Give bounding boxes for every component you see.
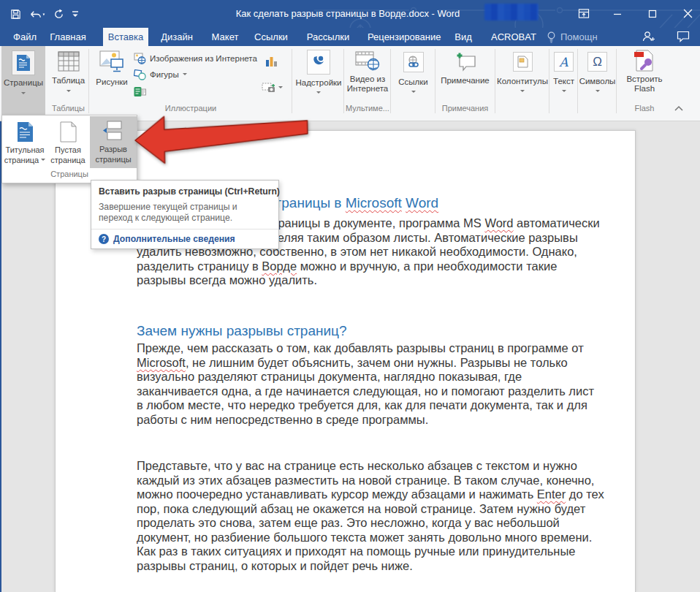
dropdown-arrow-icon [183, 73, 187, 77]
header-footer-icon [517, 56, 528, 68]
save-button[interactable] [10, 3, 21, 25]
share-button[interactable] [642, 30, 655, 46]
tell-me-more-label: Дополнительные сведения [113, 234, 235, 244]
pictures-icon [99, 50, 124, 72]
comment-button[interactable]: Примечание [436, 46, 494, 103]
text-button-label: Текст [553, 77, 574, 86]
links-button[interactable]: Ссылки [392, 46, 434, 103]
links-icon-box [403, 52, 424, 72]
save-icon [10, 9, 21, 20]
customize-quick-access-button[interactable] [72, 3, 79, 25]
online-video-label-line2: Интернета [347, 84, 388, 94]
symbols-button[interactable]: Ω Символы [579, 46, 616, 103]
table-icon [58, 51, 80, 72]
chevron-up-icon [674, 105, 684, 112]
title-bar: Как сделать разрыв страницы в Ворде.docx… [0, 0, 700, 28]
comment-button-label: Примечание [441, 76, 490, 86]
links-button-label: Ссылки [398, 77, 428, 87]
header-footer-button[interactable]: Колонтитулы [496, 46, 549, 103]
page-break-label-line1: Разрыв [99, 145, 127, 153]
tab-acrobat[interactable]: ACROBAT [491, 28, 535, 46]
tab-review[interactable]: Рецензирование [368, 28, 438, 46]
lightbulb-icon [547, 31, 556, 43]
tab-mailings[interactable]: Рассылки [305, 28, 351, 46]
menu-item-cover-page[interactable]: Титульная страница [4, 116, 46, 168]
ribbon-display-options-button[interactable] [571, 0, 596, 27]
tooltip-body: Завершение текущей страницы и переход к … [99, 202, 268, 224]
group-separator [495, 49, 495, 113]
cover-page-item-icon [17, 121, 34, 143]
blank-page-label-line2: страница [50, 156, 85, 164]
chart-button[interactable] [265, 55, 278, 67]
dropdown-arrow-icon [562, 90, 566, 94]
maximize-button[interactable] [640, 0, 665, 27]
menu-item-blank-page[interactable]: Пустая страница [47, 116, 89, 168]
online-video-button[interactable]: Видео из Интернета [346, 46, 389, 103]
symbols-button-label: Символы [579, 77, 616, 86]
doc-paragraph-line: Представьте, что у вас на странице есть … [137, 459, 577, 474]
table-button[interactable]: Таблица [48, 46, 88, 103]
tooltip-title: Вставить разрыв страницы (Ctrl+Return) [99, 186, 274, 197]
person-add-icon [642, 30, 655, 43]
text-button[interactable]: A Текст [550, 46, 577, 103]
redo-icon [53, 9, 64, 20]
tab-design[interactable]: Дизайн [156, 28, 197, 46]
shapes-button[interactable]: Фигуры [134, 69, 187, 80]
online-pictures-button[interactable]: Изображения из Интернета [134, 53, 257, 64]
addins-button[interactable]: Надстройки [294, 46, 343, 103]
dropdown-arrow-icon [520, 90, 525, 94]
addins-button-label: Надстройки [295, 78, 341, 88]
redo-button[interactable] [53, 3, 64, 25]
minimize-button[interactable] [605, 0, 630, 27]
doc-paragraph-line: Microsoft, не лишним будет объяснить, за… [137, 356, 568, 371]
smartart-icon [134, 86, 146, 97]
doc-paragraph-line: документ, но разбиение большого текста м… [137, 531, 592, 545]
ribbon: Страницы Таблица Таблицы Рисунки [0, 46, 700, 121]
tell-me-assistant[interactable]: Помощн [547, 28, 598, 46]
table-button-label: Таблица [52, 76, 85, 86]
doc-paragraph-line: разделить страницу в Ворде можно и вручн… [137, 259, 557, 274]
group-separator [292, 49, 292, 113]
new-comment-icon [454, 50, 477, 72]
pages-icon-box [12, 50, 35, 75]
screenshot-button[interactable] [262, 83, 283, 94]
tab-home[interactable]: Главная [45, 28, 91, 46]
doc-paragraph-line: работы с ним непосредственно в среде про… [137, 413, 428, 428]
smartart-button[interactable] [134, 86, 146, 97]
embed-flash-label-line1: Встроить [626, 75, 662, 84]
doc-paragraph-line: Прежде, чем рассказать о том, как добавл… [137, 341, 584, 356]
pages-menu-group-label: Страницы [2, 170, 137, 178]
menu-item-page-break[interactable]: Разрыв страницы [90, 116, 137, 168]
chart-icon [265, 55, 278, 67]
shapes-icon [134, 69, 146, 80]
doc-paragraph-line: разрывы страниц, о которых и пойдет речь… [137, 559, 413, 574]
flash-group-label: Flash [617, 104, 672, 113]
ribbon-tab-bar: Файл Главная Вставка Дизайн Макет Ссылки… [0, 28, 700, 46]
doc-paragraph-line: проделать это снова, затем еще раз. Это … [137, 516, 560, 531]
symbols-icon-box: Ω [587, 52, 607, 72]
header-footer-label: Колонтитулы [497, 77, 548, 86]
tab-insert[interactable]: Вставка [103, 28, 148, 46]
pages-gallery-button[interactable]: Страницы [1, 46, 45, 115]
tab-references[interactable]: Ссылки [251, 28, 291, 46]
embed-flash-button[interactable]: Встроить Flash [617, 46, 672, 103]
dropdown-arrow-icon [316, 91, 321, 96]
undo-button[interactable] [28, 3, 46, 25]
close-button[interactable] [675, 0, 700, 27]
doc-paragraph-line: каждый из этих абзацев разместить на нов… [137, 474, 594, 488]
tell-me-more-link[interactable]: ? Дополнительные сведения [99, 234, 271, 244]
dropdown-arrow-icon [21, 92, 26, 96]
pictures-button[interactable]: Рисунки [92, 46, 132, 103]
collapse-ribbon-button[interactable] [674, 102, 684, 115]
comments-button[interactable] [677, 31, 690, 45]
header-footer-icon-box [513, 52, 533, 72]
comments-group-label: Примечания [436, 104, 494, 113]
tables-group-label: Таблицы [48, 104, 88, 113]
maximize-icon [648, 10, 657, 18]
tab-layout[interactable]: Макет [208, 28, 243, 46]
doc-paragraph-line: визуально разделяют страницы документа, … [137, 370, 522, 384]
tab-file[interactable]: Файл [9, 28, 40, 46]
dropdown-arrow-icon [41, 159, 45, 163]
tab-view[interactable]: Вид [452, 28, 475, 46]
group-separator [88, 49, 89, 113]
